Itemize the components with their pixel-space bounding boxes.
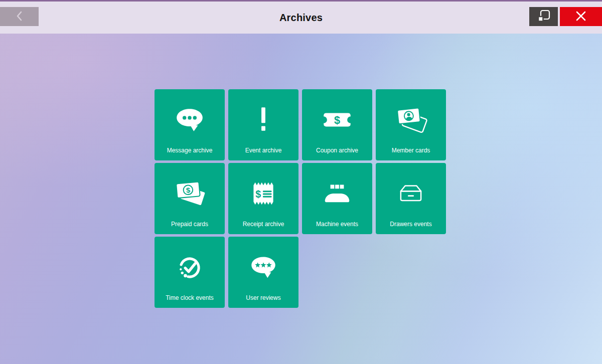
tile-label: Message archive xyxy=(167,147,213,154)
close-x-icon xyxy=(574,10,587,24)
tile-user-reviews[interactable]: User reviews xyxy=(228,237,298,308)
tile-message-archive[interactable]: Message archive xyxy=(155,89,225,160)
svg-text:$: $ xyxy=(186,186,190,195)
tile-label: Prepaid cards xyxy=(171,221,208,228)
exclamation-icon xyxy=(228,89,298,147)
tile-coupon-archive[interactable]: $ Coupon archive xyxy=(302,89,372,160)
prepaid-cards-icon: $ xyxy=(155,163,225,221)
tile-label: Time clock events xyxy=(166,294,214,301)
close-button[interactable] xyxy=(560,7,602,26)
tile-label: Drawers events xyxy=(390,221,431,228)
tile-label: Machine events xyxy=(316,221,358,228)
page-title: Archives xyxy=(0,2,602,34)
machine-hood-icon xyxy=(302,163,372,221)
svg-text:$: $ xyxy=(255,188,261,199)
title-bar: Archives xyxy=(0,2,602,34)
back-button[interactable] xyxy=(0,7,39,26)
restore-window-icon xyxy=(536,9,551,25)
archive-tile-grid: Message archive Event archive $ xyxy=(155,89,446,308)
chevron-left-icon xyxy=(16,11,24,23)
clock-check-icon xyxy=(155,237,225,294)
svg-text:$: $ xyxy=(334,113,340,126)
coupon-ticket-icon: $ xyxy=(302,89,372,147)
tile-time-clock-events[interactable]: Time clock events xyxy=(155,237,225,308)
tile-label: Event archive xyxy=(245,147,282,154)
tile-prepaid-cards[interactable]: $ Prepaid cards xyxy=(155,163,225,234)
tile-event-archive[interactable]: Event archive xyxy=(228,89,298,160)
tile-receipt-archive[interactable]: $ Receipt archive xyxy=(228,163,298,234)
tile-machine-events[interactable]: Machine events xyxy=(302,163,372,234)
tile-label: User reviews xyxy=(246,294,280,301)
content-area: Message archive Event archive $ xyxy=(0,34,602,364)
tile-drawers-events[interactable]: Drawers events xyxy=(376,163,446,234)
member-cards-icon xyxy=(376,89,446,147)
archives-screen: Archives xyxy=(0,0,602,364)
review-stars-bubble-icon xyxy=(228,237,298,294)
message-bubble-icon xyxy=(155,89,225,147)
tile-label: Coupon archive xyxy=(316,147,358,154)
restore-window-button[interactable] xyxy=(529,7,558,26)
cash-drawer-icon xyxy=(376,163,446,221)
tile-member-cards[interactable]: Member cards xyxy=(376,89,446,160)
tile-label: Receipt archive xyxy=(243,221,284,228)
tile-label: Member cards xyxy=(392,147,430,154)
receipt-icon: $ xyxy=(228,163,298,221)
